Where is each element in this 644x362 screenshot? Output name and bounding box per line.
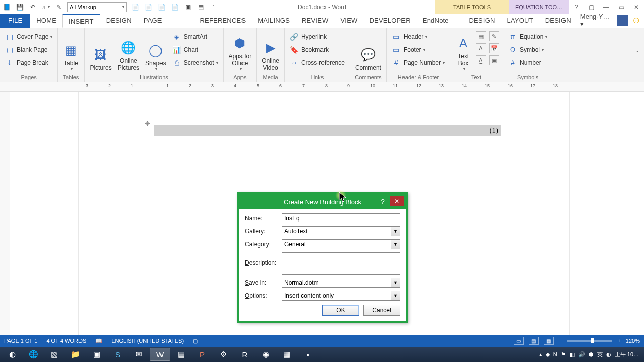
tray-icon-3[interactable]: ⚑ (561, 351, 566, 358)
name-input[interactable]: InsEq (282, 213, 400, 223)
tab-review[interactable]: REVIEW (296, 14, 334, 28)
category-combo[interactable]: General▼ (282, 239, 400, 249)
taskbar-app-4[interactable]: ▤ (171, 348, 191, 361)
tray-volume-icon[interactable]: 🔊 (578, 351, 585, 358)
view-web-icon[interactable]: ▦ (544, 337, 554, 345)
qat-btn-3[interactable]: 📄 (155, 1, 168, 13)
cancel-button[interactable]: Cancel (363, 305, 400, 316)
tab-page-layout[interactable]: PAGE LAYOUT (138, 14, 194, 28)
tab-design[interactable]: DESIGN (100, 14, 138, 28)
undo-icon[interactable]: ↶ (26, 1, 39, 13)
minimize-icon[interactable]: — (599, 1, 614, 13)
dialog-help-icon[interactable]: ? (377, 196, 388, 206)
blank-page-button[interactable]: ▢Blank Page (2, 43, 55, 56)
tray-icon-5[interactable]: ◐ (606, 351, 611, 358)
tray-icon-1[interactable]: ◆ (546, 351, 550, 358)
comment-button[interactable]: 💬Comment (352, 29, 384, 72)
save-icon[interactable]: 💾 (13, 1, 26, 13)
start-button[interactable]: ◐ (2, 348, 22, 361)
tab-insert[interactable]: INSERT (62, 14, 100, 28)
wordart-icon[interactable]: A (476, 43, 486, 53)
tray-network-icon[interactable]: ◧ (570, 351, 575, 358)
status-language[interactable]: ENGLISH (UNITED STATES) (111, 338, 184, 344)
qat-btn-2[interactable]: 📄 (142, 1, 155, 13)
page-break-button[interactable]: ⤓Page Break (2, 56, 55, 69)
view-print-icon[interactable]: ▤ (529, 337, 539, 345)
taskbar-word[interactable]: W (150, 348, 170, 361)
qat-btn-4[interactable]: 📄 (168, 1, 181, 13)
status-macro-icon[interactable]: ▢ (193, 338, 198, 344)
online-pictures-button[interactable]: 🌐Online Pictures (115, 29, 142, 72)
equation-button[interactable]: πEquation (505, 30, 550, 43)
status-page[interactable]: PAGE 1 OF 1 (4, 338, 37, 344)
zoom-level[interactable]: 120% (626, 338, 640, 344)
apps-for-office-button[interactable]: ⬢Apps for Office (226, 29, 255, 72)
feedback-icon[interactable]: ☺ (632, 15, 641, 26)
tray-ime-icon[interactable]: 英 (597, 351, 603, 358)
tray-clock[interactable]: 上午 10… (615, 351, 639, 357)
equation-table-row[interactable]: (1) (154, 125, 501, 136)
chart-button[interactable]: 📊Chart (169, 43, 221, 56)
header-button[interactable]: ▭Header (389, 30, 448, 43)
cross-reference-button[interactable]: ↔Cross-reference (287, 56, 348, 69)
user-avatar[interactable] (617, 15, 627, 26)
taskbar-app-3[interactable]: ✉ (129, 348, 149, 361)
online-video-button[interactable]: ▶Online Video (259, 29, 282, 72)
taskbar-powerpoint[interactable]: P (192, 348, 212, 361)
zoom-thumb[interactable] (591, 338, 594, 343)
view-read-icon[interactable]: ▭ (514, 337, 524, 345)
qat-btn-5[interactable]: ▣ (181, 1, 194, 13)
tab-developer[interactable]: DEVELOPER (364, 14, 417, 28)
document-area[interactable]: ✥ (1) Create New Building Block ? ✕ Name… (0, 92, 644, 335)
symbol-button[interactable]: ΩSymbol (505, 43, 550, 56)
tray-icon-2[interactable]: N (553, 351, 557, 357)
qat-more-icon[interactable]: ⋮ (207, 1, 220, 13)
tab-references[interactable]: REFERENCES (194, 14, 252, 28)
footer-button[interactable]: ▭Footer (389, 43, 448, 56)
maximize-icon[interactable]: ▭ (614, 1, 629, 13)
page-number-button[interactable]: #Page Number (389, 56, 448, 69)
taskbar-app-8[interactable]: ▦ (277, 348, 297, 361)
taskbar-app-9[interactable]: ▪ (298, 348, 318, 361)
text-box-button[interactable]: AText Box (452, 29, 474, 72)
savein-combo[interactable]: Normal.dotm▼ (282, 278, 400, 288)
taskbar-app-7[interactable]: ◉ (256, 348, 276, 361)
taskbar-app-1[interactable]: ▧ (44, 348, 64, 361)
signature-icon[interactable]: ✎ (489, 31, 499, 41)
chevron-down-icon[interactable]: ▼ (391, 278, 400, 287)
tray-icon-4[interactable]: ⬢ (589, 351, 594, 358)
taskbar-app-6[interactable]: R (234, 348, 255, 361)
screenshot-button[interactable]: ⎙Screenshot (169, 56, 221, 69)
taskbar-explorer[interactable]: 📁 (65, 348, 86, 361)
drop-cap-icon[interactable]: A̲ (476, 55, 486, 65)
vertical-ruler[interactable] (0, 92, 10, 335)
ok-button[interactable]: OK (322, 305, 359, 316)
table-button[interactable]: ▦Table (60, 29, 82, 72)
highlighter-icon[interactable]: ✎ (52, 1, 65, 13)
tab-table-layout[interactable]: LAYOUT (501, 14, 539, 28)
dialog-titlebar[interactable]: Create New Building Block ? ✕ (239, 194, 406, 209)
zoom-out-icon[interactable]: − (559, 338, 562, 344)
taskbar-chrome[interactable]: 🌐 (23, 348, 43, 361)
hyperlink-button[interactable]: 🔗Hyperlink (287, 30, 348, 43)
dialog-close-icon[interactable]: ✕ (390, 196, 404, 206)
user-name[interactable]: Meng-Y… ▾ (577, 13, 615, 28)
zoom-slider[interactable] (567, 340, 612, 342)
tab-endnote[interactable]: EndNote X7 (417, 14, 463, 28)
tab-view[interactable]: VIEW (335, 14, 364, 28)
number-button[interactable]: #Number (505, 56, 550, 69)
tab-home[interactable]: HOME (30, 14, 62, 28)
tab-file[interactable]: FILE (0, 14, 30, 28)
zoom-in-icon[interactable]: + (617, 338, 620, 344)
shapes-button[interactable]: ◯Shapes (142, 29, 169, 72)
pictures-button[interactable]: 🖼Pictures (87, 29, 114, 72)
tab-mailings[interactable]: MAILINGS (252, 14, 296, 28)
cover-page-button[interactable]: ▤Cover Page (2, 30, 55, 43)
horizontal-ruler[interactable]: 321123456789101112131415161718 (0, 82, 644, 92)
smartart-button[interactable]: ◈SmartArt (169, 30, 221, 43)
help-icon[interactable]: ? (569, 1, 584, 13)
qat-btn-6[interactable]: ▤ (194, 1, 207, 13)
ribbon-display-icon[interactable]: ▢ (584, 1, 599, 13)
qat-btn-1[interactable]: 📄 (129, 1, 142, 13)
pi-icon[interactable]: π▾ (39, 1, 52, 13)
